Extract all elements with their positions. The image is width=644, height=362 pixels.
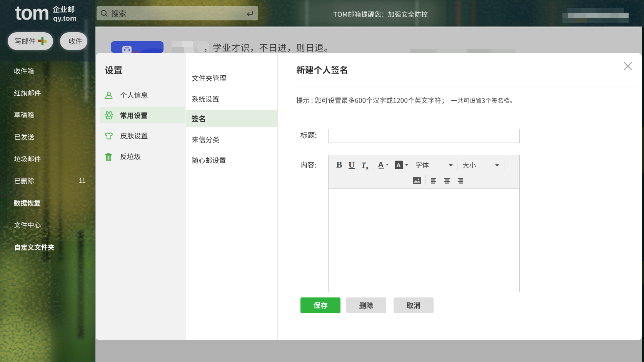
- svg-text:x: x: [366, 165, 369, 169]
- svg-text:A: A: [378, 161, 384, 168]
- svg-text:A: A: [397, 162, 401, 168]
